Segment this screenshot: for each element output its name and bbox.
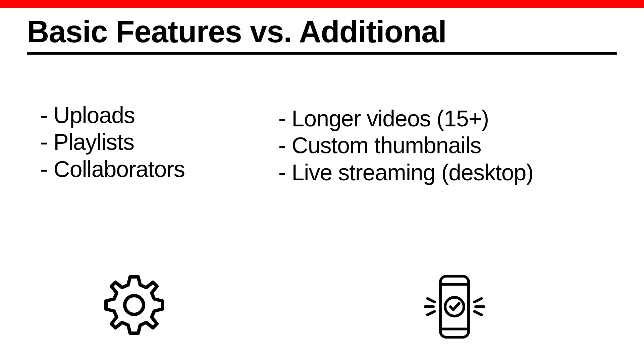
svg-line-10 bbox=[475, 311, 482, 315]
list-item: - Custom thumbnails bbox=[278, 132, 533, 159]
svg-point-0 bbox=[125, 296, 144, 314]
svg-line-5 bbox=[428, 299, 435, 302]
list-item: - Live streaming (desktop) bbox=[278, 159, 533, 186]
basic-features-column: - Uploads - Playlists - Collaborators bbox=[40, 102, 275, 186]
svg-line-8 bbox=[475, 299, 482, 302]
phone-verified-icon bbox=[419, 272, 490, 343]
list-item: - Longer videos (15+) bbox=[278, 105, 533, 132]
svg-line-7 bbox=[428, 311, 435, 315]
title-container: Basic Features vs. Additional bbox=[27, 15, 617, 55]
columns: - Uploads - Playlists - Collaborators - … bbox=[0, 102, 644, 186]
additional-features-column: - Longer videos (15+) - Custom thumbnail… bbox=[278, 102, 533, 186]
page-title: Basic Features vs. Additional bbox=[27, 15, 617, 49]
list-item: - Uploads bbox=[40, 102, 275, 128]
list-item: - Collaborators bbox=[40, 156, 275, 182]
gear-icon bbox=[101, 272, 168, 340]
accent-top-bar bbox=[0, 0, 644, 8]
list-item: - Playlists bbox=[40, 128, 275, 155]
additional-features-list: - Longer videos (15+) - Custom thumbnail… bbox=[278, 105, 533, 186]
basic-features-list: - Uploads - Playlists - Collaborators bbox=[40, 102, 275, 182]
